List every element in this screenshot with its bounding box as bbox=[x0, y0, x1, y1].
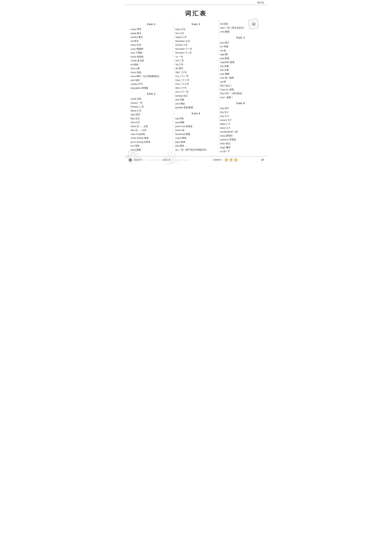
bottom-bar: 🐻 家长签字： 老师点评： 自我评价： 😊 😐 😞 47 bbox=[124, 156, 268, 163]
vocab-item: spring 春天 bbox=[131, 31, 172, 35]
vocab-item: 23rd 二十三号 bbox=[175, 82, 217, 86]
vocab-item: after 在……之后 bbox=[131, 128, 172, 132]
vocab-item: October 十月 bbox=[175, 43, 217, 47]
vocab-item: 22nd 二十二号 bbox=[175, 78, 217, 82]
vocab-item: vegetables 蔬菜 bbox=[220, 60, 261, 64]
emoji-sad: 😞 bbox=[234, 158, 238, 162]
vocab-item: bag 书包 bbox=[175, 117, 217, 121]
vocab-item: rice 米饭 bbox=[220, 45, 261, 49]
vocab-item: now 现在 bbox=[131, 144, 172, 148]
vocab-item: dollar 美元 bbox=[220, 142, 261, 146]
vocab-item: flower 花朵 bbox=[131, 71, 172, 75]
vocab-item: cloudy 多云的 bbox=[131, 59, 172, 63]
vocab-item: 20th 二十号 bbox=[175, 71, 217, 75]
content-area: Unit 1 season 季节 spring 春天 summer 夏天 fal… bbox=[124, 20, 268, 153]
vocab-item: winter 冬天 bbox=[131, 43, 172, 47]
top-bar: 词汇表 bbox=[124, 0, 268, 5]
header-title: 词汇表 bbox=[257, 1, 264, 4]
vocab-item: tofu 豆腐 bbox=[220, 64, 261, 68]
page-title: 词汇表 bbox=[124, 5, 268, 20]
vocab-item: 3rd 三号 bbox=[175, 63, 217, 67]
vocab-item: forty 四十 bbox=[220, 106, 261, 110]
unit5-title: Unit 5 bbox=[220, 35, 261, 40]
unit1-title: Unit 1 bbox=[131, 22, 172, 27]
vocab-item: sugar 糖 bbox=[220, 52, 261, 57]
vocab-item: February 二月 bbox=[131, 105, 172, 109]
vocab-item: leaves 树叶（leaf 的复数形式） bbox=[131, 74, 172, 78]
vocab-item: sixty 六十 bbox=[220, 114, 261, 118]
vocab-item: crayon 蜡笔 bbox=[175, 136, 217, 140]
vocab-item: 30th 三十号 bbox=[175, 86, 217, 90]
parent-sign-label: 家长签字： bbox=[134, 158, 144, 161]
unit3-title: Unit 3 bbox=[175, 22, 217, 27]
vocab-item: April 四月 bbox=[131, 113, 172, 117]
vocab-item: March 三月 bbox=[131, 109, 172, 113]
column-2: Unit 3 today 今天 July 七月 August 八月 Septem… bbox=[174, 20, 218, 153]
vocab-item: 31st 三十一号 bbox=[175, 90, 217, 94]
vocab-item: Wow! 哇！（表示惊讶） bbox=[220, 92, 261, 96]
vocab-item: go ice-skating 去滑冰 bbox=[131, 140, 172, 144]
self-eval-label: 自我评价： bbox=[213, 158, 224, 161]
vocab-item: May 五月 bbox=[131, 117, 172, 121]
vocab-item: map 地图 bbox=[175, 120, 217, 124]
vocab-item: grandma 奶奶,婆婆 bbox=[175, 106, 217, 110]
vocab-item: Here! 这儿！ bbox=[220, 84, 261, 88]
vocab-item: beach 海滩 bbox=[131, 148, 172, 152]
vocab-item: fruit 水果 bbox=[220, 68, 261, 72]
vocab-item: salt 盐 bbox=[220, 49, 261, 53]
unit4-title: Unit 4 bbox=[175, 111, 217, 116]
vocab-item: paper 纸张 bbox=[175, 140, 217, 144]
vocab-item: try 试一下 bbox=[220, 150, 261, 154]
vocab-item: Cool！真棒！ bbox=[220, 96, 261, 100]
vocab-item: eighty 八十 bbox=[220, 122, 261, 126]
page-number: 47 bbox=[261, 158, 264, 161]
vocab-item: when 什么时候 bbox=[131, 132, 172, 136]
vocab-item: before 在……之前 bbox=[131, 124, 172, 128]
vocab-item: magic 魔术 bbox=[220, 146, 261, 150]
vocab-item: cold 冷的 bbox=[131, 78, 172, 82]
dice-icon: 🎲 bbox=[248, 18, 259, 29]
vocab-item: windy 有风的 bbox=[131, 55, 172, 59]
vocab-item: (one)hundred(一)百 bbox=[220, 130, 261, 134]
vocab-item: cook 煮／厨师 bbox=[220, 76, 261, 80]
vocab-item: and 和 bbox=[220, 80, 261, 84]
vocab-item: birthday 生日 bbox=[175, 94, 217, 98]
vocab-item: cheap 便宜的 bbox=[220, 134, 261, 138]
vocab-item: seventy 七十 bbox=[220, 118, 261, 122]
bottom-left: 🐻 家长签字： 老师点评： bbox=[128, 158, 190, 162]
vocab-item: 21st 二十一号 bbox=[175, 74, 217, 78]
vocab-item: fall 秋天 bbox=[131, 39, 172, 43]
vocab-item: Come on. 来吧。 bbox=[220, 88, 261, 92]
vocab-item: July 七月 bbox=[175, 31, 217, 35]
vocab-item: expensive 昂贵的 bbox=[220, 138, 261, 142]
vocab-item: meat 肉类 bbox=[220, 57, 261, 61]
vocab-item: party 晚会 bbox=[175, 102, 217, 106]
emoji-happy: 😊 bbox=[224, 158, 228, 162]
vocab-item: need 需要 bbox=[220, 72, 261, 76]
vocab-item: juice 果汁 bbox=[220, 41, 261, 45]
vocab-item: summer 夏天 bbox=[131, 35, 172, 39]
bottom-icon: 🐻 bbox=[128, 158, 133, 162]
vocab-item: look at 看 bbox=[131, 66, 172, 71]
vocab-item: any 一些（用于否定句和疑问句） bbox=[175, 148, 217, 152]
vocab-item: hang glider 滑翔翼 bbox=[131, 86, 172, 90]
vocab-item: 2nd 二号 bbox=[175, 59, 217, 63]
vocab-item: date 日期 bbox=[175, 98, 217, 102]
unit6-title: Unit 6 bbox=[220, 101, 261, 105]
unit2-title: Unit 2 bbox=[131, 92, 172, 96]
vocab-item: sunny 晴朗的 bbox=[131, 47, 172, 51]
vocab-item: November 十一月 bbox=[175, 47, 217, 51]
vocab-item: hot 热的 bbox=[131, 63, 172, 67]
self-eval-area: 自我评价： 😊 😐 😞 bbox=[213, 158, 238, 162]
vocab-item: month 月份 bbox=[131, 97, 172, 101]
vocab-item: rainy 下雨的 bbox=[131, 51, 172, 55]
vocab-item: September 九月 bbox=[175, 39, 217, 43]
vocab-item: January 一月 bbox=[131, 101, 172, 105]
vocab-item: weather 天气 bbox=[131, 82, 172, 86]
teacher-comment-label: 老师点评： bbox=[162, 158, 173, 161]
vocab-item: season 季节 bbox=[131, 28, 172, 31]
emoji-neutral: 😐 bbox=[229, 158, 233, 162]
vocab-item: winter holiday 寒假 bbox=[131, 136, 172, 140]
vocab-item: 4th 四号 bbox=[175, 66, 217, 71]
vocab-item: today 今天 bbox=[175, 28, 217, 31]
